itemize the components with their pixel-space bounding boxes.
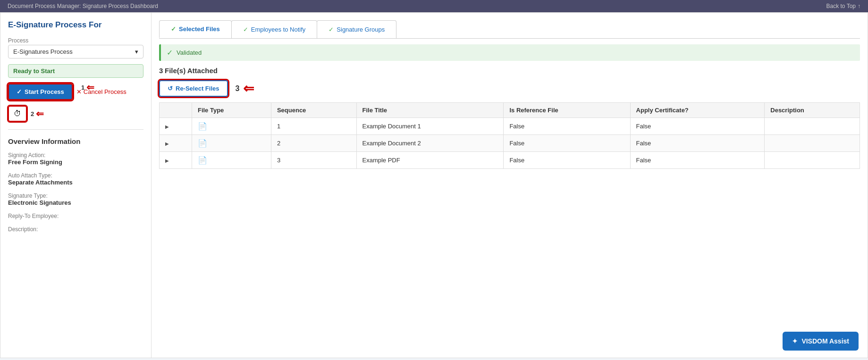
validated-banner: ✓ Validated [159,44,860,61]
col-file-type: File Type [192,103,271,118]
reselect-files-label: Re-Select Files [176,85,219,92]
sequence-cell: 2 [271,135,356,152]
overview-title: Overview Information [8,137,143,145]
annotation-1-number: 1 [81,84,84,91]
auto-attach-section: Auto Attach Type: Separate Attachments [8,169,143,186]
main-layout: E-Signature Process For Process E-Signat… [0,12,868,358]
expand-arrow-icon[interactable]: ▶ [165,141,169,146]
start-process-button[interactable]: ✓ Start Process [8,84,73,100]
annotation-3-number: 3 [236,84,240,93]
description-cell [765,152,860,169]
process-icon-button[interactable]: ⏱ [8,106,27,122]
table-row: ▶ 📄 2 Example Document 2 False False [160,135,860,152]
col-description: Description [765,103,860,118]
ready-to-start-badge: Ready to Start [8,64,143,78]
visdom-assist-button[interactable]: ✦ VISDOM Assist [783,332,859,351]
table-row: ▶ 📄 1 Example Document 1 False False [160,118,860,135]
file-title-cell: Example PDF [356,152,504,169]
sidebar: E-Signature Process For Process E-Signat… [0,13,152,358]
sequence-cell: 1 [271,118,356,135]
expand-cell[interactable]: ▶ [160,135,192,152]
tab-signature-groups-label: Signature Groups [337,26,385,33]
apply-cert-cell: False [630,152,765,169]
file-type-cell: 📄 [192,152,271,169]
is-reference-cell: False [504,152,630,169]
file-pdf-icon: 📄 [198,122,207,130]
col-file-title: File Title [356,103,504,118]
tabs-bar: ✓ Selected Files ✓ Employees to Notify ✓… [159,20,860,39]
icon-btn-row: ⏱ 2 ⇐ [8,106,143,122]
file-table: File Type Sequence File Title Is Referen… [159,102,860,169]
signature-type-label: Signature Type: [8,193,143,199]
process-label: Process [8,37,143,44]
file-pdf-icon: 📄 [198,156,207,164]
files-count: 3 [159,67,163,75]
tab-selected-files-label: Selected Files [179,25,220,33]
refresh-icon: ↺ [168,85,173,92]
expand-cell[interactable]: ▶ [160,118,192,135]
ready-to-start-label: Ready to Start [13,67,55,75]
file-title-cell: Example Document 1 [356,118,504,135]
signature-type-value: Electronic Signatures [8,199,143,206]
annotation-1: 1 ⇐ [81,82,94,93]
file-type-cell: 📄 [192,118,271,135]
arrow-up-icon: ↑ [858,3,860,9]
reselect-files-button[interactable]: ↺ Re-Select Files [159,80,228,97]
app-title: Document Process Manager: Signature Proc… [8,3,158,9]
description-cell [765,118,860,135]
visdom-icon: ✦ [792,337,798,345]
description-cell [765,135,860,152]
arrow-left-icon-1: ⇐ [86,82,94,93]
process-value: E-Signatures Process [13,48,73,55]
table-row: ▶ 📄 3 Example PDF False False [160,152,860,169]
sequence-cell: 3 [271,152,356,169]
tab-employees-to-notify[interactable]: ✓ Employees to Notify [231,20,318,38]
check-validated-icon: ✓ [167,48,173,57]
file-title-cell: Example Document 2 [356,135,504,152]
process-section: Process E-Signatures Process ▾ [8,37,143,59]
auto-attach-label: Auto Attach Type: [8,172,143,179]
tab-selected-files[interactable]: ✓ Selected Files [159,20,232,38]
check-icon-signature-groups: ✓ [329,26,334,33]
arrow-left-icon-2: ⇐ [36,108,44,119]
divider-1 [8,129,143,130]
reply-to-label: Reply-To Employee: [8,213,143,219]
signature-type-section: Signature Type: Electronic Signatures [8,190,143,206]
tab-employees-label: Employees to Notify [251,26,306,33]
col-apply-cert: Apply Certificate? [630,103,765,118]
process-dropdown[interactable]: E-Signatures Process ▾ [8,45,143,59]
signing-action-section: Signing Action: Free Form Signing [8,149,143,166]
check-icon-selected-files: ✓ [171,25,176,33]
main-content: ✓ Selected Files ✓ Employees to Notify ✓… [152,13,868,358]
file-pdf-icon: 📄 [198,139,207,147]
is-reference-cell: False [504,135,630,152]
col-is-reference: Is Reference File [504,103,630,118]
check-circle-icon: ✓ [17,88,22,95]
back-to-top[interactable]: Back to Top ↑ [826,3,860,9]
arrow-left-icon-3: ⇐ [243,81,254,96]
validated-text: Validated [177,49,202,56]
start-cancel-row: ✓ Start Process ✕ Cancel Process 1 ⇐ [8,84,143,100]
sidebar-title: E-Signature Process For [8,20,143,30]
annotation-2: 2 ⇐ [31,108,44,119]
tab-signature-groups[interactable]: ✓ Signature Groups [317,20,396,38]
col-sequence: Sequence [271,103,356,118]
expand-cell[interactable]: ▶ [160,152,192,169]
top-bar: Document Process Manager: Signature Proc… [0,0,868,12]
expand-arrow-icon[interactable]: ▶ [165,124,169,129]
apply-cert-cell: False [630,135,765,152]
timer-icon: ⏱ [14,109,21,117]
back-to-top-label: Back to Top [826,3,856,9]
signing-action-value: Free Form Signing [8,159,143,166]
expand-arrow-icon[interactable]: ▶ [165,158,169,163]
signing-action-label: Signing Action: [8,152,143,159]
auto-attach-value: Separate Attachments [8,179,143,186]
reselect-row: ↺ Re-Select Files 3 ⇐ [159,80,860,97]
visdom-label: VISDOM Assist [801,337,849,345]
col-expand [160,103,192,118]
is-reference-cell: False [504,118,630,135]
description-label: Description: [8,226,143,233]
annotation-3: 3 ⇐ [236,81,254,96]
chevron-down-icon: ▾ [135,48,138,55]
description-section: Description: [8,223,143,233]
